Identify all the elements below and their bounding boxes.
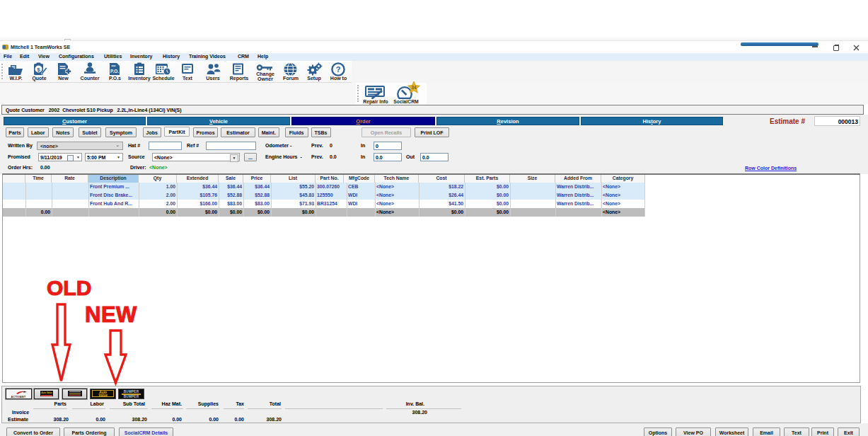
svg-text:$: $ <box>37 67 40 73</box>
svg-text:P.O.: P.O. <box>110 69 119 74</box>
svg-text:?: ? <box>336 65 341 74</box>
svg-text:ACTIVANT: ACTIVANT <box>11 396 26 398</box>
svg-text:34: 34 <box>411 85 417 90</box>
